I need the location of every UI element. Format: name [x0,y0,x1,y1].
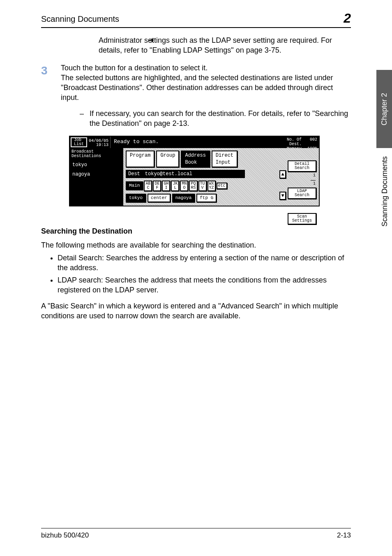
section-title: Searching the Destination [41,226,351,236]
broadcast-item[interactable]: nagoya [71,170,122,178]
header-chapter-number: 2 [344,12,351,25]
page-indicator: 1 1 [288,174,316,186]
scan-settings-button[interactable]: Scan Settings [288,213,316,225]
page-footer: bizhub 500/420 2-13 [41,528,351,540]
section-bullet: LDAP search: Searches the address that m… [58,275,351,295]
dash-icon: – [80,109,90,129]
section-intro: The following methods are available for … [41,240,351,250]
alpha-group-button[interactable]: PQ RS [189,181,197,191]
alpha-group-button[interactable]: JK L [171,181,179,191]
meters: No. Of Dest. 002 Memory 100% [285,137,319,148]
tab-program[interactable]: Program [126,151,154,167]
alpha-group-button[interactable]: etc [217,183,227,189]
address-button-center[interactable]: center [148,194,171,202]
datetime-display: 04/06/05 19:13 [88,137,111,148]
ldap-admin-note-text: Administrator settings such as the LDAP … [99,35,351,56]
broadcast-item[interactable]: tokyo [71,161,122,169]
dest-value: tokyo@test.local [145,171,192,177]
detail-search-button[interactable]: Detail Search [288,160,316,172]
chapter-side-label: Scanning Documents [380,156,390,227]
dest-line: Dest tokyo@test.local [126,170,245,178]
job-list-button[interactable]: Job List [71,137,87,147]
tab-group[interactable]: Group [156,151,179,167]
job-list-label: Job List [74,138,84,146]
alpha-group-button[interactable]: AB C [144,181,152,191]
footer-left: bizhub 500/420 [41,531,89,540]
alpha-group-button[interactable]: DE F [153,181,161,191]
step-line-2: The selected buttons are highlighted, an… [61,73,351,103]
header-title: Scanning Documents [41,14,119,25]
step-number: 3 [41,63,61,79]
alpha-group-button[interactable]: GH I [162,181,170,191]
arrow-up-icon: ▲ [281,171,284,178]
page-header: Scanning Documents 2 [41,12,351,28]
alpha-group-button[interactable]: WX YZ [208,181,216,191]
dest-label: Dest [128,171,140,177]
footer-right: 2-13 [337,531,351,540]
page-current: 1 [313,173,316,178]
scroll-down-button[interactable]: ▼ [279,192,286,200]
status-text: Ready to scan. [111,137,285,148]
alpha-main-button[interactable]: Main [126,181,143,190]
alpha-group-button[interactable]: MN O [180,181,188,191]
ldap-admin-note: ➔ Administrator settings such as the LDA… [99,35,351,56]
arrow-down-icon: ▼ [281,192,284,199]
step-dash-note: If necessary, you can search for the des… [90,109,351,129]
device-screenshot: Job List 04/06/05 19:13 Ready to scan. N… [69,136,320,206]
broadcast-destinations-panel: Broadcast Destinations tokyo nagoya [70,148,123,206]
address-button-tokyo[interactable]: tokyo [126,194,146,202]
page-total: 1 [313,181,316,186]
arrow-icon: ➔ [148,35,154,45]
alpha-group-button[interactable]: TU V [198,181,207,191]
section-bullet-list: Detail Search: Searches the address by e… [41,253,351,295]
section-paragraph: A "Basic Search" in which a keyword is e… [41,301,351,321]
ldap-search-button[interactable]: LDAP Search [288,188,316,199]
section-bullet: Detail Search: Searches the address by e… [58,253,351,273]
tab-address-book[interactable]: Address Book [181,151,210,167]
broadcast-destinations-header: Broadcast Destinations [71,150,122,158]
step-line-1: Touch the button for a destination to se… [61,63,351,73]
dest-count-value: 002 [310,137,317,146]
scroll-up-button[interactable]: ▲ [279,170,286,178]
time-text: 19:13 [96,143,108,147]
chapter-side-tab: Chapter 2 [376,70,392,148]
address-button-nagoya[interactable]: nagoya [172,194,195,202]
address-button-ftp-g[interactable]: ftp G [196,194,217,202]
tab-direct-input[interactable]: Direct Input [212,151,238,167]
dest-count-label: No. Of Dest. [287,137,302,146]
